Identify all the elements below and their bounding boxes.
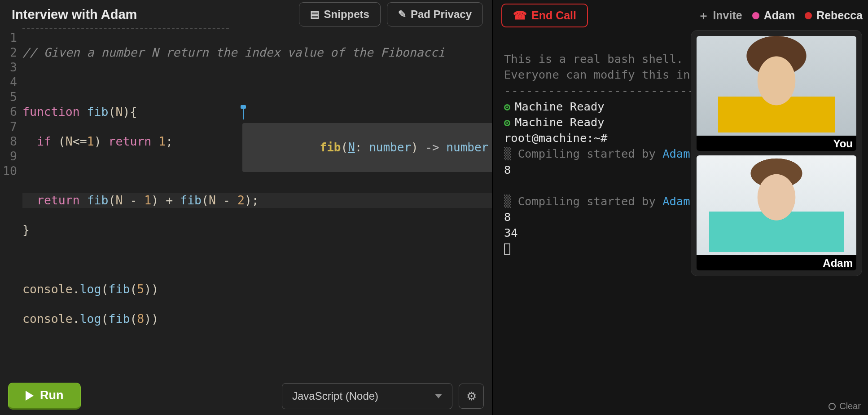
gear-icon: ⚙ — [466, 389, 477, 403]
status-dot-icon — [504, 104, 510, 110]
play-icon — [26, 391, 34, 401]
language-label: JavaScript (Node) — [292, 390, 378, 402]
code-editor[interactable]: 12345 678910 // Given a number N return … — [0, 29, 492, 415]
presence-dot-icon — [805, 12, 812, 19]
clear-button[interactable]: Clear — [829, 401, 861, 411]
clear-label: Clear — [839, 401, 861, 411]
remote-cursor-icon — [243, 106, 244, 119]
video-label: You — [697, 136, 856, 151]
top-bar: Interview with Adam ▤ Snippets ✎ Pad Pri… — [0, 0, 492, 28]
video-tile-you[interactable]: You — [697, 36, 856, 151]
shell-prompt: root@machine:~# — [504, 131, 607, 145]
end-call-label: End Call — [531, 9, 576, 22]
output-pane: ☎ End Call ＋ Invite Adam Rebecca This is… — [492, 0, 868, 415]
page-title: Interview with Adam — [12, 7, 293, 22]
close-icon — [829, 403, 836, 410]
video-feed-icon — [697, 36, 856, 136]
language-select[interactable]: JavaScript (Node) — [282, 383, 452, 409]
settings-button[interactable]: ⚙ — [459, 384, 484, 409]
signature-hint: fib(N: number) -> number — [242, 123, 495, 172]
code-area[interactable]: // Given a number N return the index val… — [22, 31, 492, 415]
invite-label: Invite — [713, 9, 742, 22]
snippets-button[interactable]: ▤ Snippets — [299, 2, 381, 26]
run-button[interactable]: Run — [8, 383, 81, 410]
privacy-icon: ✎ — [398, 9, 406, 20]
pad-privacy-button[interactable]: ✎ Pad Privacy — [387, 2, 483, 26]
status-dot-icon — [504, 120, 510, 126]
video-feed-icon — [697, 155, 856, 255]
plus-icon: ＋ — [698, 8, 709, 23]
editor-footer: Run JavaScript (Node) ⚙ — [0, 383, 492, 410]
phone-icon: ☎ — [513, 9, 527, 22]
terminal-cursor-icon — [504, 243, 510, 255]
snippets-icon: ▤ — [310, 9, 320, 20]
presence-rebecca[interactable]: Rebecca — [805, 9, 863, 22]
call-bar: ☎ End Call ＋ Invite Adam Rebecca — [493, 0, 868, 29]
invite-button[interactable]: ＋ Invite — [698, 8, 742, 23]
video-label: Adam — [697, 255, 856, 270]
end-call-button[interactable]: ☎ End Call — [501, 4, 588, 27]
video-tile-adam[interactable]: Adam — [697, 155, 856, 270]
presence-dot-icon — [752, 12, 759, 19]
privacy-label: Pad Privacy — [411, 8, 472, 21]
chevron-down-icon — [435, 394, 442, 398]
code-comment: // Given a number N return the index val… — [22, 45, 445, 59]
video-panel[interactable]: You Adam — [691, 31, 862, 276]
snippets-label: Snippets — [324, 8, 369, 21]
editor-pane: Interview with Adam ▤ Snippets ✎ Pad Pri… — [0, 0, 492, 415]
presence-adam[interactable]: Adam — [752, 9, 795, 22]
run-label: Run — [40, 389, 63, 402]
line-gutter: 12345 678910 — [0, 31, 22, 415]
